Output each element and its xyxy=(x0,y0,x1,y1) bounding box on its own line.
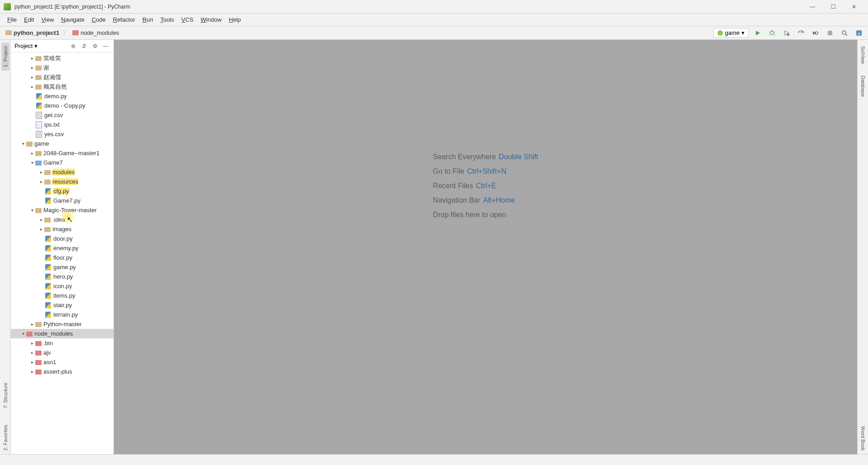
search-everywhere-button[interactable] xyxy=(839,28,850,38)
coverage-button[interactable] xyxy=(781,28,792,38)
tree-item[interactable]: ▸笑啥笑 xyxy=(11,53,113,63)
tree-item[interactable]: ▸hero.py xyxy=(11,272,113,281)
menu-file[interactable]: File xyxy=(4,14,20,25)
tree-item-label: terrain.py xyxy=(53,311,78,318)
maximize-button[interactable]: ☐ xyxy=(823,0,844,14)
breadcrumb-item[interactable]: node_modules xyxy=(71,28,121,37)
tree-item-label: items.py xyxy=(53,292,75,299)
tree-item[interactable]: ▸Game7.py xyxy=(11,196,113,205)
expand-icon[interactable]: ▸ xyxy=(29,84,35,89)
left-tab-structure[interactable]: 7: Structure xyxy=(1,379,9,412)
expand-icon[interactable]: ▸ xyxy=(38,227,44,232)
tree-item[interactable]: ▸assert-plus xyxy=(11,367,113,376)
menu-code[interactable]: Code xyxy=(88,14,109,25)
minimize-button[interactable]: — xyxy=(802,0,823,14)
menu-tools[interactable]: Tools xyxy=(157,14,178,25)
tree-item[interactable]: ▸.bin xyxy=(11,338,113,348)
folder-icon xyxy=(35,208,42,213)
tree-item[interactable]: ▸赵湘儒 xyxy=(11,72,113,82)
expand-icon[interactable]: ▸ xyxy=(29,322,35,327)
expand-icon[interactable]: ▸ xyxy=(29,75,35,80)
left-tab-project[interactable]: 1: Project xyxy=(1,43,9,71)
tree-item[interactable]: ▸demo.py xyxy=(11,91,113,101)
breadcrumb-item[interactable]: python_project1 xyxy=(4,28,61,37)
chevron-down-icon[interactable]: ▾ xyxy=(34,43,38,49)
project-tree[interactable]: ▸笑啥笑▸谢▸赵湘儒▸顺其自然▸demo.py▸demo - Copy.py▸g… xyxy=(11,52,113,454)
editor-area[interactable]: Search EverywhereDouble ShiftGo to FileC… xyxy=(114,40,857,454)
tree-item[interactable]: ▸game.py xyxy=(11,262,113,272)
tree-item[interactable]: ▸yes.csv xyxy=(11,129,113,139)
tree-item-label: enemy.py xyxy=(53,245,78,251)
tree-item[interactable]: ▾Game7 xyxy=(11,158,113,167)
expand-icon[interactable]: ▾ xyxy=(20,141,26,146)
folder-icon xyxy=(44,218,51,223)
svg-line-4 xyxy=(769,34,770,35)
expand-icon[interactable]: ▾ xyxy=(20,331,26,336)
tree-item[interactable]: ▸.idea xyxy=(11,215,113,224)
tree-item[interactable]: ▸get.csv xyxy=(11,110,113,120)
locate-icon[interactable]: ⊕ xyxy=(69,42,77,50)
tree-item[interactable]: ▸谢 xyxy=(11,63,113,72)
expand-icon[interactable]: ▸ xyxy=(29,65,35,70)
right-tab-database[interactable]: Database xyxy=(859,72,867,100)
tree-item[interactable]: ▸cfg.py xyxy=(11,186,113,196)
tree-item[interactable]: ▾node_modules xyxy=(11,329,113,338)
expand-icon[interactable]: ▸ xyxy=(29,369,35,374)
expand-icon[interactable]: ▾ xyxy=(29,160,35,165)
stop-button[interactable] xyxy=(825,28,835,38)
menu-window[interactable]: Window xyxy=(197,14,225,25)
expand-icon[interactable]: ▸ xyxy=(38,170,44,175)
tree-item[interactable]: ▸enemy.py xyxy=(11,243,113,253)
tree-item[interactable]: ▸terrain.py xyxy=(11,310,113,319)
svg-line-3 xyxy=(774,32,775,32)
tree-item[interactable]: ▸stair.py xyxy=(11,300,113,310)
close-button[interactable]: ✕ xyxy=(844,0,864,14)
tree-item[interactable]: ▸resources xyxy=(11,177,113,186)
tree-item[interactable]: ▸Python-master xyxy=(11,319,113,329)
expand-icon[interactable]: ▸ xyxy=(29,360,35,365)
tree-item[interactable]: ▸顺其自然 xyxy=(11,82,113,91)
tree-item[interactable]: ▸asn1 xyxy=(11,357,113,367)
gear-icon[interactable]: ⚙ xyxy=(91,42,99,50)
tree-item[interactable]: ▸items.py xyxy=(11,291,113,300)
tree-item[interactable]: ▾Magic-Tower-master xyxy=(11,205,113,215)
tree-item[interactable]: ▸ips.txt xyxy=(11,120,113,129)
csvfile-icon xyxy=(35,112,42,119)
expand-icon[interactable]: ▸ xyxy=(38,217,44,222)
tree-item[interactable]: ▸door.py xyxy=(11,234,113,243)
collapse-all-icon[interactable]: ⇵ xyxy=(80,42,88,50)
tree-item[interactable]: ▾game xyxy=(11,139,113,148)
menu-vcs[interactable]: VCS xyxy=(178,14,197,25)
menu-run[interactable]: Run xyxy=(139,14,157,25)
right-tab-word-book[interactable]: Word Book xyxy=(859,422,867,454)
menu-edit[interactable]: Edit xyxy=(20,14,38,25)
expand-icon[interactable]: ▸ xyxy=(29,56,35,61)
tree-item[interactable]: ▸floor.py xyxy=(11,253,113,262)
expand-icon[interactable]: ▸ xyxy=(29,341,35,346)
tree-item[interactable]: ▸images xyxy=(11,224,113,234)
expand-icon[interactable]: ▸ xyxy=(29,350,35,355)
left-tab-favorites[interactable]: 2: Favorites xyxy=(1,421,9,454)
menu-refactor[interactable]: Refactor xyxy=(109,14,139,25)
profile-button[interactable] xyxy=(796,28,807,38)
run-config-selector[interactable]: game ▾ xyxy=(713,28,749,38)
ide-settings-button[interactable]: a xyxy=(854,28,864,38)
hide-icon[interactable]: — xyxy=(102,42,110,50)
tree-item[interactable]: ▸icon.py xyxy=(11,281,113,291)
menu-navigate[interactable]: Navigate xyxy=(57,14,88,25)
tree-item[interactable]: ▸demo - Copy.py xyxy=(11,101,113,110)
expand-icon[interactable]: ▸ xyxy=(38,179,44,184)
attach-button[interactable] xyxy=(810,28,821,38)
expand-icon[interactable]: ▾ xyxy=(29,208,35,213)
tree-item[interactable]: ▸ajv xyxy=(11,348,113,357)
menu-help[interactable]: Help xyxy=(225,14,245,25)
menu-view[interactable]: View xyxy=(38,14,57,25)
debug-button[interactable] xyxy=(767,28,778,38)
run-button[interactable] xyxy=(752,28,763,38)
folder-icon xyxy=(35,341,42,346)
right-tab-sciview[interactable]: SciView xyxy=(859,43,867,67)
tree-item[interactable]: ▸2048-Game--master1 xyxy=(11,148,113,158)
expand-icon[interactable]: ▸ xyxy=(29,151,35,156)
tree-item-label: game xyxy=(34,140,49,147)
tree-item[interactable]: ▸modules xyxy=(11,167,113,177)
